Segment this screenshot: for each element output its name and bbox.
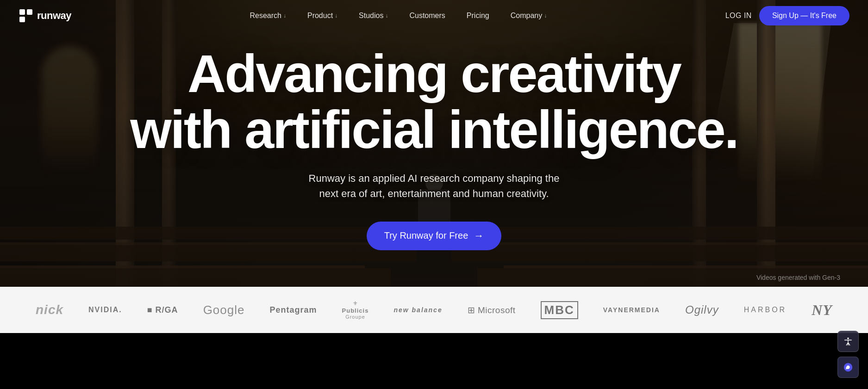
nav-actions: LOG IN Sign Up — It's Free	[725, 6, 849, 25]
accessibility-button[interactable]	[837, 331, 859, 333]
logo-text: runway	[37, 10, 71, 22]
svg-rect-2	[19, 17, 25, 22]
logo-ogilvy: Ogilvy	[685, 303, 719, 316]
logo-ogilvy-text: Ogilvy	[685, 303, 719, 316]
logo-microsoft-text: ⊞ Microsoft	[468, 305, 516, 315]
logo-vaynermedia: VAYNERMEDIA	[603, 306, 660, 314]
logo-mbc-text: MBC	[541, 301, 578, 319]
logo-pentagram: Pentagram	[269, 305, 317, 315]
login-link[interactable]: LOG IN	[725, 12, 752, 20]
logo-nvidia-text: NVIDIA.	[88, 306, 122, 314]
logo-publicis: ⚜ Publicis Groupe	[342, 300, 369, 320]
logo-rga: ■ R/GA	[147, 305, 178, 315]
nav-link-research[interactable]: Research ↓	[241, 8, 294, 24]
logo-link[interactable]: runway	[19, 8, 71, 23]
logo-nick-text: nick	[36, 303, 63, 317]
chevron-down-icon: ↓	[335, 12, 337, 19]
hero-subtitle: Runway is an applied AI research company…	[305, 171, 564, 201]
nav-link-product[interactable]: Product ↓	[299, 8, 346, 24]
video-attribution: Videos generated with Gen-3	[756, 274, 840, 281]
chevron-down-icon: ↓	[385, 12, 388, 19]
svg-rect-1	[27, 9, 32, 15]
nav-link-studios[interactable]: Studios ↓	[350, 8, 396, 24]
logo-microsoft: ⊞ Microsoft	[468, 305, 516, 315]
svg-rect-0	[19, 9, 25, 15]
logo-google-text: Google	[203, 303, 245, 317]
logo-pentagram-text: Pentagram	[269, 305, 317, 315]
arrow-icon: →	[474, 230, 484, 242]
chevron-down-icon: ↓	[283, 12, 286, 19]
nav-link-company[interactable]: Company ↓	[502, 8, 555, 24]
hero-title: Advancing creativity with artificial int…	[130, 46, 738, 158]
logo-google: Google	[203, 303, 245, 317]
nav-link-customers[interactable]: Customers	[401, 8, 453, 24]
nav-link-pricing[interactable]: Pricing	[458, 8, 498, 24]
hero-content: Advancing creativity with artificial int…	[0, 0, 868, 287]
nav-links: Research ↓ Product ↓ Studios ↓ Customers…	[241, 8, 555, 24]
logo-harbor-text: HARBOR	[744, 306, 787, 314]
logo-newbalance-text: new balance	[393, 306, 442, 314]
signup-button[interactable]: Sign Up — It's Free	[759, 6, 849, 25]
logo-yankees: NY	[812, 302, 832, 319]
hero-cta-button[interactable]: Try Runway for Free →	[367, 222, 502, 250]
logos-bar: nick NVIDIA. ■ R/GA Google Pentagram ⚜ P…	[0, 287, 868, 333]
logo-rga-text: ■ R/GA	[147, 305, 178, 315]
logo-vaynermedia-text: VAYNERMEDIA	[603, 306, 660, 314]
logo-nick: nick	[36, 303, 63, 317]
navigation: runway Research ↓ Product ↓ Studios ↓ Cu…	[0, 0, 868, 31]
logo-nvidia: NVIDIA.	[88, 306, 122, 314]
chevron-down-icon: ↓	[544, 12, 547, 19]
logo-mbc: MBC	[541, 301, 578, 319]
runway-logo-icon	[19, 8, 33, 23]
logo-newbalance: new balance	[393, 306, 442, 314]
logo-harbor: HARBOR	[744, 306, 787, 314]
logo-yankees-text: NY	[812, 302, 832, 319]
hero-section: Advancing creativity with artificial int…	[0, 0, 868, 287]
